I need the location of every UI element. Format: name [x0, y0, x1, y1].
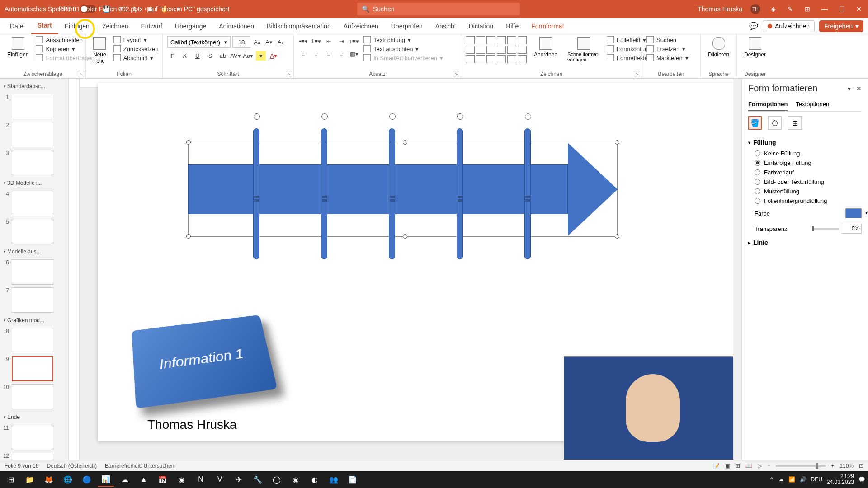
app-icon[interactable]: 🔧 [250, 472, 266, 487]
app-icon[interactable]: ◉ [288, 472, 304, 487]
slide-thumbnails-panel[interactable]: Standardabsc... 1 2 3 3D Modelle i... 4 … [0, 79, 69, 460]
section-header[interactable]: Modelle aus... [3, 247, 66, 257]
gradient-fill-radio[interactable]: Farbverlauf [748, 168, 862, 177]
search-box[interactable]: 🔍 [357, 3, 520, 15]
tab-einfuegen[interactable]: Einfügen [58, 18, 96, 34]
slide-counter[interactable]: Folie 9 von 16 [5, 463, 38, 469]
shapes-gallery[interactable] [466, 36, 527, 63]
align-text-button[interactable]: Text ausrichten ▾ [363, 45, 443, 52]
new-slide-button[interactable]: Neue Folie [90, 36, 109, 65]
section-button[interactable]: Abschnitt ▾ [113, 54, 159, 61]
font-size-combo[interactable]: 18 [232, 36, 250, 48]
normal-view-icon[interactable]: ▣ [725, 463, 730, 469]
comments-icon[interactable]: 💬 [749, 22, 758, 31]
align-center-icon[interactable]: ≡ [311, 49, 321, 59]
slide-thumb-5[interactable] [12, 219, 53, 244]
text-direction-button[interactable]: Textrichtung ▾ [363, 36, 443, 43]
arrow-shape[interactable] [188, 164, 618, 214]
fill-line-tab-icon[interactable]: 🪣 [748, 116, 762, 130]
spacing-icon[interactable]: AV▾ [231, 51, 241, 61]
transparency-slider[interactable] [812, 228, 839, 230]
fill-color-picker[interactable] [845, 208, 862, 218]
layout-button[interactable]: Layout ▾ [113, 36, 159, 43]
tab-ansicht[interactable]: Ansicht [429, 18, 462, 34]
chrome-icon[interactable]: 🌐 [60, 472, 76, 487]
zoom-slider[interactable] [776, 465, 826, 467]
accessibility-status[interactable]: Barrierefreiheit: Untersuchen [105, 463, 174, 469]
notes-icon[interactable]: 📝 [713, 463, 720, 469]
tab-uebergaenge[interactable]: Übergänge [169, 18, 212, 34]
zoom-in-icon[interactable]: + [831, 463, 834, 469]
window-icon[interactable]: ⊞ [803, 5, 812, 14]
handle-nw[interactable] [186, 140, 191, 145]
onenote-icon[interactable]: N [193, 472, 209, 487]
info-3d-block[interactable]: Information 1 [132, 315, 278, 409]
record-button[interactable]: Aufzeichnen [763, 20, 815, 32]
edge-icon[interactable]: 🔵 [79, 472, 95, 487]
slide-thumb-7[interactable] [12, 287, 53, 313]
justify-icon[interactable]: ≡ [336, 49, 346, 59]
pen-icon[interactable]: ✎ [786, 5, 795, 14]
font-color-icon[interactable]: A▾ [269, 51, 278, 61]
rotate-handle-icon[interactable] [525, 113, 531, 120]
slide-thumb-1[interactable] [12, 94, 53, 119]
pane-dropdown-icon[interactable]: ▾ [848, 85, 851, 92]
wifi-icon[interactable]: 📶 [788, 476, 795, 483]
firefox-icon[interactable]: 🦊 [41, 472, 57, 487]
pill-shape-2[interactable] [321, 128, 327, 259]
app-icon[interactable]: ◐ [307, 472, 323, 487]
tab-hilfe[interactable]: Hilfe [500, 18, 525, 34]
obs-icon[interactable]: ◯ [269, 472, 285, 487]
zoom-level[interactable]: 110% [840, 463, 854, 469]
canvas-scrollbar[interactable] [733, 79, 741, 460]
search-input[interactable] [373, 5, 452, 13]
paste-button[interactable]: Einfügen [5, 36, 31, 59]
transparency-input[interactable] [841, 224, 862, 234]
replace-button[interactable]: Ersetzen ▾ [646, 45, 696, 52]
font-dialog-icon[interactable]: ↘ [286, 71, 292, 77]
slide-canvas[interactable]: Information 1 Thomas Hruska [80, 79, 741, 460]
tab-datei[interactable]: Datei [4, 18, 31, 34]
fit-icon[interactable]: ⊡ [859, 463, 863, 469]
maximize-icon[interactable]: ☐ [837, 5, 846, 14]
inc-indent-icon[interactable]: ⇥ [336, 36, 346, 46]
section-header[interactable]: 3D Modelle i... [3, 178, 66, 188]
fill-section-header[interactable]: Füllung [748, 136, 862, 149]
language-status[interactable]: Deutsch (Österreich) [47, 463, 97, 469]
slide-thumb-10[interactable] [12, 384, 53, 409]
app-icon[interactable]: 📅 [155, 472, 171, 487]
user-avatar[interactable]: TH [750, 4, 760, 14]
line-section-header[interactable]: Linie [748, 236, 862, 249]
underline-icon[interactable]: U [193, 51, 203, 61]
effects-tab-icon[interactable]: ⬠ [768, 116, 782, 130]
zoom-out-icon[interactable]: − [767, 463, 770, 469]
app-icon[interactable]: 👥 [326, 472, 342, 487]
pattern-fill-radio[interactable]: Musterfüllung [748, 187, 862, 196]
numbering-icon[interactable]: 1≡▾ [311, 36, 321, 46]
reading-view-icon[interactable]: 📖 [745, 463, 752, 469]
no-fill-radio[interactable]: Keine Füllung [748, 149, 862, 158]
rotate-handle-icon[interactable] [389, 113, 396, 120]
author-text[interactable]: Thomas Hruska [147, 418, 237, 432]
clock[interactable]: 23:29 24.03.2023 [827, 474, 854, 485]
handle-sw[interactable] [186, 234, 191, 239]
slide-thumb-6[interactable] [12, 259, 53, 285]
user-name[interactable]: Thomas Hruska [698, 5, 742, 13]
ribbon-collapse-icon[interactable]: ⌃ [861, 480, 865, 486]
slide-thumb-12[interactable] [12, 453, 53, 460]
share-button[interactable]: Freigeben ▾ [819, 20, 863, 32]
explorer-icon[interactable]: 📁 [22, 472, 38, 487]
bullets-icon[interactable]: •≡▾ [298, 36, 308, 46]
slide-thumb-4[interactable] [12, 191, 53, 216]
tab-formformat[interactable]: Formformat [525, 18, 570, 34]
document-title[interactable]: PPT 01 Roter Faden 002.pptx • Auf "diese… [59, 5, 229, 13]
clipboard-dialog-icon[interactable]: ↘ [78, 71, 84, 77]
drawing-dialog-icon[interactable]: ↘ [634, 71, 640, 77]
powerpoint-icon[interactable]: 📊 [98, 472, 114, 487]
minimize-icon[interactable]: — [820, 5, 829, 14]
dec-indent-icon[interactable]: ⇤ [324, 36, 334, 46]
columns-icon[interactable]: ▥▾ [349, 49, 359, 59]
slideshow-view-icon[interactable]: ▷ [758, 463, 762, 469]
section-header[interactable]: Ende [3, 412, 66, 422]
sorter-view-icon[interactable]: ⊞ [736, 463, 740, 469]
